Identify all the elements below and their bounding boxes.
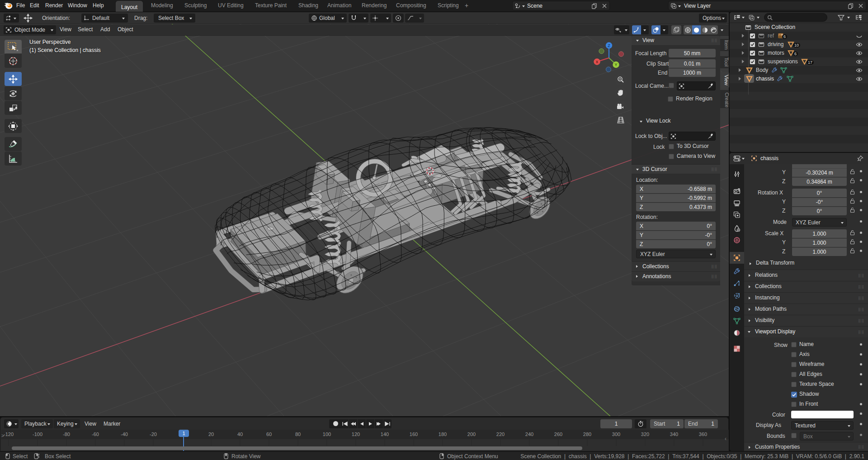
svg-text:-120: -120 — [4, 432, 14, 437]
svg-text:320: 320 — [641, 432, 649, 437]
svg-text:340: 340 — [670, 432, 678, 437]
svg-text:1: 1 — [182, 431, 185, 436]
svg-text:280: 280 — [583, 432, 591, 437]
svg-text:120: 120 — [352, 432, 360, 437]
svg-text:200: 200 — [467, 432, 476, 437]
svg-text:140: 140 — [381, 432, 389, 437]
svg-text:X: X — [595, 60, 598, 64]
svg-text:260: 260 — [554, 432, 562, 437]
svg-text:-80: -80 — [63, 432, 70, 437]
svg-text:-40: -40 — [121, 432, 128, 437]
svg-text:Z: Z — [608, 43, 610, 48]
svg-text:180: 180 — [439, 432, 447, 437]
svg-text:-60: -60 — [92, 432, 99, 437]
svg-text:40: 40 — [237, 432, 243, 437]
svg-text:300: 300 — [612, 432, 620, 437]
svg-text:220: 220 — [496, 432, 505, 437]
svg-text:-20: -20 — [150, 432, 157, 437]
svg-text:100: 100 — [323, 432, 331, 437]
svg-text:240: 240 — [525, 432, 533, 437]
svg-text:60: 60 — [266, 432, 272, 437]
svg-text:360: 360 — [699, 432, 707, 437]
svg-text:Y: Y — [614, 62, 617, 67]
svg-text:160: 160 — [410, 432, 418, 437]
svg-text:80: 80 — [295, 432, 301, 437]
svg-text:20: 20 — [208, 432, 214, 437]
svg-text:-100: -100 — [33, 432, 42, 437]
